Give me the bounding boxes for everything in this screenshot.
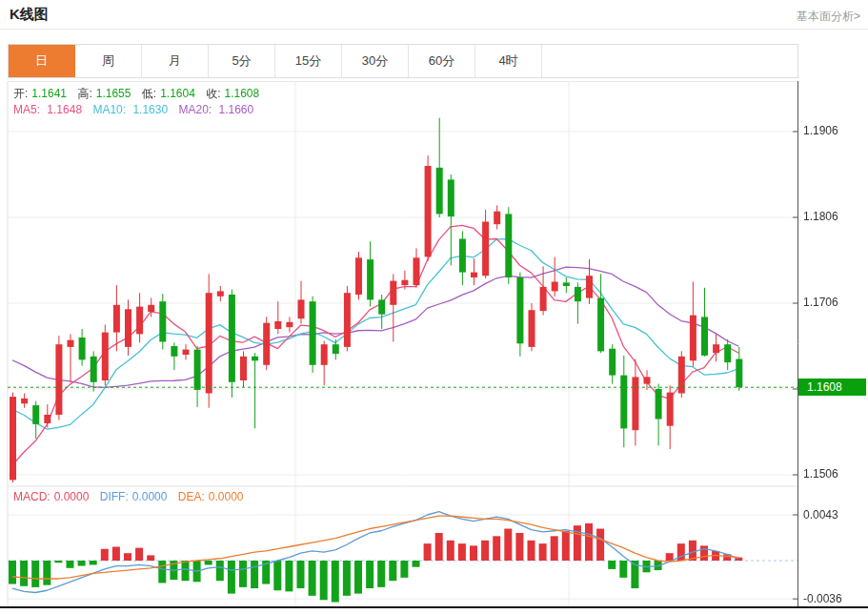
tab-15min[interactable]: 15分 xyxy=(275,45,342,77)
period-tab-bar: 日 周 月 5分 15分 30分 60分 4时 xyxy=(8,44,798,78)
tab-4hour[interactable]: 4时 xyxy=(475,45,542,77)
price-tick-3: 1.1706 xyxy=(803,296,838,309)
price-tick-2: 1.1806 xyxy=(803,210,838,223)
price-tick-1: 1.1906 xyxy=(803,124,838,137)
macd-tick-bottom: -0.0036 xyxy=(803,592,842,605)
macd-tick-top: 0.0043 xyxy=(803,508,838,522)
tab-5min[interactable]: 5分 xyxy=(209,45,275,77)
page-title: K线图 xyxy=(10,6,49,24)
current-price-badge: 1.1608 xyxy=(798,379,866,396)
kline-chart-canvas[interactable] xyxy=(0,81,868,608)
price-tick-4: 1.1506 xyxy=(803,467,838,481)
kline-page: K线图 基本面分析> 日 周 月 5分 15分 30分 60分 4时 开:1.1… xyxy=(0,0,868,614)
fundamental-analysis-link[interactable]: 基本面分析> xyxy=(797,9,860,25)
tab-day[interactable]: 日 xyxy=(9,45,75,77)
tab-month[interactable]: 月 xyxy=(142,45,209,77)
tab-30min[interactable]: 30分 xyxy=(342,45,409,77)
tab-week[interactable]: 周 xyxy=(75,45,142,77)
tab-60min[interactable]: 60分 xyxy=(409,45,475,77)
header-divider xyxy=(0,29,868,30)
